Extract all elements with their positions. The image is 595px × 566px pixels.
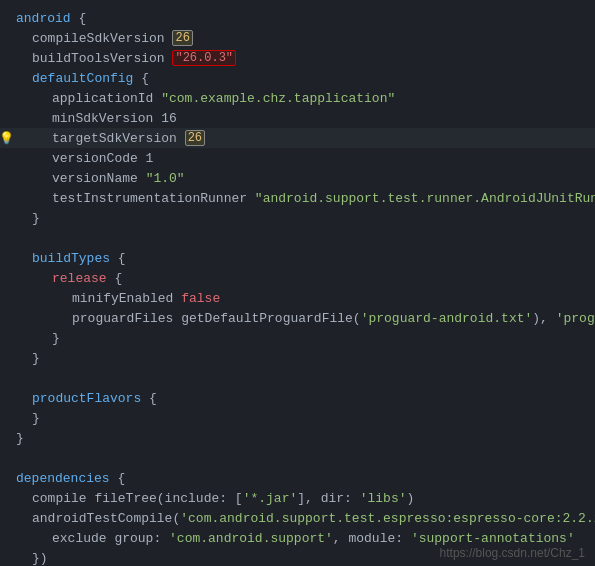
code-line: } <box>0 408 595 428</box>
line-text: } <box>12 431 24 446</box>
code-line: productFlavors { <box>0 388 595 408</box>
line-text: proguardFiles getDefaultProguardFile('pr… <box>12 311 595 326</box>
line-text: defaultConfig { <box>12 71 149 86</box>
line-text: } <box>12 351 40 366</box>
watermark: https://blog.csdn.net/Chz_1 <box>440 546 585 560</box>
line-text: android { <box>12 11 86 26</box>
line-text: compileSdkVersion 26 <box>12 30 193 46</box>
line-text: buildTypes { <box>12 251 126 266</box>
code-line-release: release { <box>0 268 595 288</box>
line-text: buildToolsVersion "26.0.3" <box>12 50 236 66</box>
code-line: buildToolsVersion "26.0.3" <box>0 48 595 68</box>
line-text: targetSdkVersion 26 <box>12 130 205 146</box>
code-line: applicationId "com.example.chz.tapplicat… <box>0 88 595 108</box>
code-line: defaultConfig { <box>0 68 595 88</box>
compile-sdk-highlight: 26 <box>172 30 192 46</box>
line-text: exclude group: 'com.android.support', mo… <box>12 531 575 546</box>
line-text: } <box>12 211 40 226</box>
line-text: versionName "1.0" <box>12 171 185 186</box>
line-text: versionCode 1 <box>12 151 153 166</box>
line-text: productFlavors { <box>12 391 157 406</box>
code-editor: android { compileSdkVersion 26 buildTool… <box>0 0 595 566</box>
code-line-blank <box>0 368 595 388</box>
code-line: minSdkVersion 16 <box>0 108 595 128</box>
code-line: minifyEnabled false <box>0 288 595 308</box>
line-text: compile fileTree(include: ['*.jar'], dir… <box>12 491 414 506</box>
code-line-dependencies: dependencies { <box>0 468 595 488</box>
code-line: android { <box>0 8 595 28</box>
code-line: } <box>0 428 595 448</box>
code-line: buildTypes { <box>0 248 595 268</box>
gutter-bulb: 💡 <box>0 131 12 146</box>
code-line: } <box>0 348 595 368</box>
build-tools-highlight: "26.0.3" <box>172 50 236 66</box>
code-line: exclude group: 'com.android.support', mo… <box>0 528 595 548</box>
code-line: testInstrumentationRunner "android.suppo… <box>0 188 595 208</box>
line-text: androidTestCompile('com.android.support.… <box>12 511 595 526</box>
line-text: dependencies { <box>12 471 125 486</box>
line-text: } <box>12 331 60 346</box>
code-line: compile fileTree(include: ['*.jar'], dir… <box>0 488 595 508</box>
code-line-blank <box>0 228 595 248</box>
code-line: versionName "1.0" <box>0 168 595 188</box>
code-line: compileSdkVersion 26 <box>0 28 595 48</box>
line-text: applicationId "com.example.chz.tapplicat… <box>12 91 395 106</box>
code-line: } <box>0 208 595 228</box>
code-line: androidTestCompile('com.android.support.… <box>0 508 595 528</box>
code-line-target-sdk: 💡 targetSdkVersion 26 <box>0 128 595 148</box>
code-line-blank <box>0 448 595 468</box>
code-line: proguardFiles getDefaultProguardFile('pr… <box>0 308 595 328</box>
line-text: } <box>12 411 40 426</box>
code-line: } <box>0 328 595 348</box>
line-text: release { <box>12 271 122 286</box>
code-line: versionCode 1 <box>0 148 595 168</box>
line-text: }) <box>12 551 48 566</box>
line-text: minSdkVersion 16 <box>12 111 177 126</box>
target-sdk-highlight: 26 <box>185 130 205 146</box>
line-text: minifyEnabled false <box>12 291 220 306</box>
line-text: testInstrumentationRunner "android.suppo… <box>12 191 595 206</box>
